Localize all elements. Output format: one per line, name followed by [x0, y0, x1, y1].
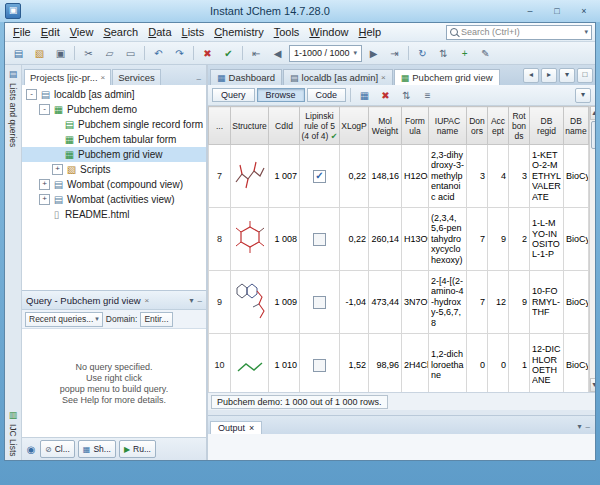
tree-item-wombat-compound-view[interactable]: + ▤ Wombat (compound view) [22, 177, 206, 192]
last-record-button[interactable]: ⇥ [385, 44, 404, 63]
panel-minimize-icon[interactable]: – [198, 296, 202, 305]
commit-button[interactable]: ✔ [219, 44, 238, 63]
menu-search[interactable]: Search [98, 25, 143, 39]
add-record-button[interactable]: + [455, 44, 474, 63]
save-button[interactable]: ▣ [51, 44, 70, 63]
tab-localdb[interactable]: ▤ localdb [as admin] × [283, 69, 393, 85]
tree-item-scripts[interactable]: + ▧ Scripts [22, 162, 206, 177]
cdid-cell[interactable]: 1 010 [269, 334, 300, 393]
structure-cell[interactable] [231, 334, 269, 393]
tree-item-pubchem-single-record-form[interactable]: ▤ Pubchem single record form [22, 117, 206, 132]
scroll-up-icon[interactable]: ▲ [590, 106, 595, 120]
rot-bonds-cell[interactable]: 3 [509, 145, 530, 208]
formula-cell[interactable]: H12O4 [402, 145, 429, 208]
cdid-cell[interactable]: 1 009 [269, 271, 300, 334]
db-regid-cell[interactable]: 1-L-MYO-INOSITOL-1-P [530, 208, 564, 271]
tree-item-readme[interactable]: ▯ README.html [22, 207, 206, 222]
expand-toggle-icon[interactable]: + [52, 164, 63, 175]
collapse-toggle-icon[interactable]: - [39, 104, 50, 115]
column-header-formula[interactable]: Formula [402, 107, 429, 145]
menu-view[interactable]: View [65, 25, 99, 39]
scrollbar-thumb[interactable] [591, 121, 595, 149]
grid-settings-button[interactable]: ≡ [418, 86, 437, 105]
delete-row-button[interactable]: ✖ [376, 86, 395, 105]
mol-weight-cell[interactable]: 260,14 [369, 208, 402, 271]
donors-cell[interactable]: 7 [467, 208, 488, 271]
sort-rows-button[interactable]: ⇅ [397, 86, 416, 105]
tree-item-pubchem-demo[interactable]: - ▦ Pubchem demo [22, 102, 206, 117]
tab-list-button[interactable]: ▾ [559, 68, 575, 83]
mol-weight-cell[interactable]: 98,96 [369, 334, 402, 393]
cdid-cell[interactable]: 1 007 [269, 145, 300, 208]
formula-cell[interactable]: H13O9P [402, 208, 429, 271]
clear-query-button[interactable]: ⊘ Cl... [40, 440, 75, 458]
xlogp-cell[interactable]: 1,52 [340, 334, 369, 393]
column-header-cdid[interactable]: CdId [269, 107, 300, 145]
tree-item-pubchem-tabular-form[interactable]: ▦ Pubchem tabular form [22, 132, 206, 147]
menu-window[interactable]: Window [304, 25, 353, 39]
rot-bonds-cell[interactable]: 1 [509, 334, 530, 393]
view-tab-query[interactable]: Query [212, 88, 255, 102]
iupac-name-cell[interactable]: (2,3,4,5,6-pentahydroxycyclohexoxy) [429, 208, 467, 271]
vertical-scrollbar[interactable]: ▲ ▼ [589, 106, 595, 392]
expand-toggle-icon[interactable]: + [39, 179, 50, 190]
ijc-lists-dock-tab[interactable]: IJC Lists [8, 424, 18, 457]
maximize-view-button[interactable]: □ [577, 68, 593, 83]
db-name-cell[interactable]: BioCyc [564, 334, 589, 393]
previous-record-button[interactable]: ◀ [268, 44, 287, 63]
recent-queries-dropdown[interactable]: Recent queries... ▾ [25, 312, 103, 327]
menu-file[interactable]: File [8, 25, 36, 39]
column-header-structure[interactable]: Structure [231, 107, 269, 145]
new-form-button[interactable]: ▤ [9, 44, 28, 63]
open-project-button[interactable]: ▧ [30, 44, 49, 63]
quick-search-input[interactable]: Search (Ctrl+I) ▾ [446, 25, 592, 40]
xlogp-cell[interactable]: 0,22 [340, 208, 369, 271]
row-number[interactable]: 9 [209, 271, 231, 334]
show-query-button[interactable]: ▦ Sh... [78, 440, 116, 458]
db-regid-cell[interactable]: 10-FORMYL-THF [530, 271, 564, 334]
tab-services[interactable]: Services [112, 69, 160, 85]
menu-help[interactable]: Help [353, 25, 386, 39]
acceptors-cell[interactable]: 4 [488, 145, 509, 208]
tab-projects[interactable]: Projects [ijc-pr... × [24, 69, 111, 85]
row-number[interactable]: 7 [209, 145, 231, 208]
run-query-button[interactable]: ▶ Ru... [119, 440, 156, 458]
customize-grid-button[interactable]: ▦ [355, 86, 374, 105]
donors-cell[interactable]: 0 [467, 334, 488, 393]
donors-cell[interactable]: 3 [467, 145, 488, 208]
db-name-cell[interactable]: BioCyc [564, 208, 589, 271]
row-number[interactable]: 10 [209, 334, 231, 393]
cut-button[interactable]: ✂ [79, 44, 98, 63]
tab-scroll-left-button[interactable]: ◂ [523, 68, 539, 83]
lipinski-cell[interactable] [300, 145, 340, 208]
tab-scroll-right-button[interactable]: ▸ [541, 68, 557, 83]
db-name-cell[interactable]: BioCyc [564, 145, 589, 208]
close-icon[interactable]: × [145, 296, 150, 305]
lists-and-queries-dock-tab[interactable]: Lists and queries [8, 83, 18, 147]
column-header-xlogp[interactable]: XLogP [340, 107, 369, 145]
query-panel-header[interactable]: Query - Pubchem grid view × ▾ – [22, 291, 206, 310]
formula-cell[interactable]: 2H4Cl2 [402, 334, 429, 393]
rot-bonds-cell[interactable]: 9 [509, 271, 530, 334]
more-options-button[interactable]: ▾ [575, 88, 591, 103]
delete-row-button[interactable]: ✖ [198, 44, 217, 63]
iupac-name-cell[interactable]: 1,2-dichloroethane [429, 334, 467, 393]
column-header-acceptors[interactable]: Accept [488, 107, 509, 145]
menu-tools[interactable]: Tools [269, 25, 305, 39]
paste-button[interactable]: ▭ [121, 44, 140, 63]
column-header-iupac-name[interactable]: IUPAC name [429, 107, 467, 145]
first-record-button[interactable]: ⇤ [247, 44, 266, 63]
redo-button[interactable]: ↷ [170, 44, 189, 63]
next-record-button[interactable]: ▶ [364, 44, 383, 63]
db-regid-cell[interactable]: 1-KETO-2-METHYLVALERATE [530, 145, 564, 208]
tab-dashboard[interactable]: ▦ Dashboard [210, 69, 282, 85]
db-regid-cell[interactable]: 12-DICHLOROETHANE [530, 334, 564, 393]
mol-weight-cell[interactable]: 473,44 [369, 271, 402, 334]
scrollbar-track[interactable] [590, 150, 595, 378]
acceptors-cell[interactable]: 12 [488, 271, 509, 334]
column-header-rot-bonds[interactable]: Rot bonds [509, 107, 530, 145]
menu-lists[interactable]: Lists [177, 25, 210, 39]
acceptors-cell[interactable]: 0 [488, 334, 509, 393]
cdid-cell[interactable]: 1 008 [269, 208, 300, 271]
maximize-button[interactable]: □ [546, 3, 568, 20]
